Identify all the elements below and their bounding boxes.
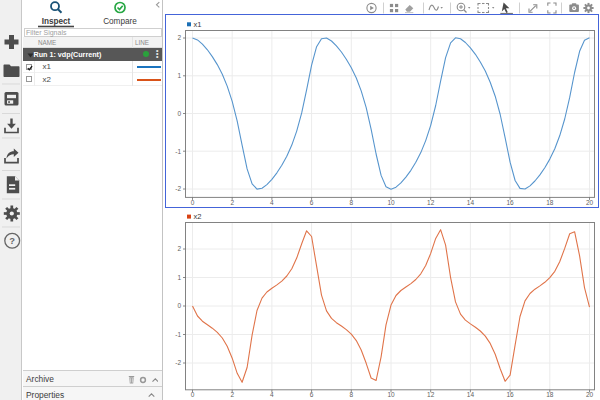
- svg-text:Inspect: Inspect: [42, 17, 71, 26]
- svg-text:Compare: Compare: [103, 17, 137, 26]
- svg-text:?: ?: [9, 235, 15, 246]
